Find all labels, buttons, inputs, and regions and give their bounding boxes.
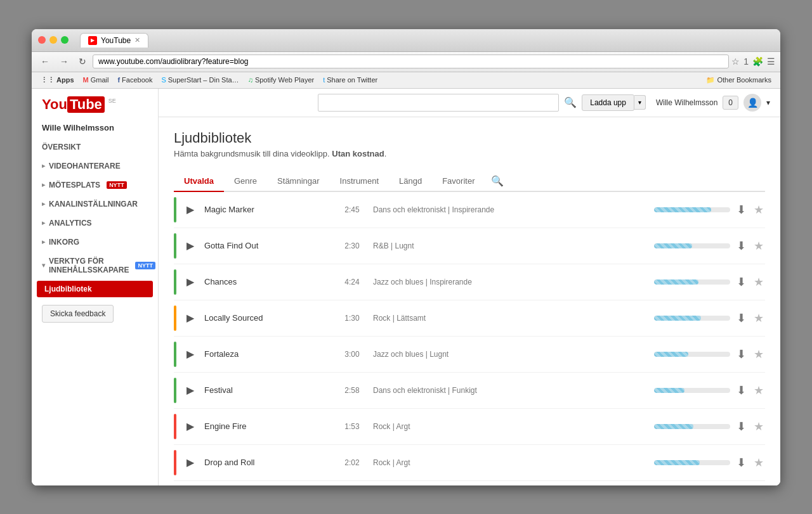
favorite-button[interactable]: ★ [752,382,765,399]
play-button[interactable]: ▶ [181,454,199,472]
download-button[interactable]: ⬇ [735,274,747,290]
gmail-label: Gmail [91,76,109,84]
play-button[interactable]: ▶ [181,418,199,435]
sidebar-item-verktyg[interactable]: ▾ VERKTYG FÖR INNEHÅLLSSKAPARE NYTT [32,252,158,279]
track-name: Magic Marker [204,205,331,214]
tab-stamningar[interactable]: Stämningar [267,171,329,192]
superstart-icon: S [161,76,166,84]
sidebar-item-videohanterare[interactable]: ▸ VIDEOHANTERARE [32,157,158,176]
back-button[interactable]: ← [37,55,53,68]
favorite-button[interactable]: ★ [752,274,765,290]
verktyg-badge: NYTT [135,262,155,269]
traffic-lights [38,36,69,44]
tab-instrument[interactable]: Instrument [330,171,389,192]
track-duration: 2:45 [336,205,368,214]
track-popularity-bar [654,388,730,393]
track-color-bar [174,233,176,259]
minimize-button[interactable] [49,36,57,44]
play-button[interactable]: ▶ [181,345,199,363]
tab-bar: ▶ YouTube ✕ [80,33,774,48]
search-input[interactable] [318,94,559,112]
track-tags: R&B | Lugnt [373,241,649,250]
download-button[interactable]: ⬇ [735,310,747,326]
sidebar-item-kanalinst[interactable]: ▸ KANALINSTÄLLNINGAR [32,195,158,214]
bookmark-superstart[interactable]: S SuperStart – Din Sta… [157,75,242,85]
logo-region: SE [108,98,116,104]
play-button[interactable]: ▶ [181,273,199,291]
track-tags: Rock | Argt [373,458,649,467]
favorite-button[interactable]: ★ [752,454,765,471]
play-button[interactable]: ▶ [181,201,199,219]
download-button[interactable]: ⬇ [735,202,747,218]
track-tags: Dans och elektroniskt | Funkigt [373,386,649,395]
track-popularity-bar [654,279,730,285]
tab-genre[interactable]: Genre [224,171,267,192]
search-icon[interactable]: 🔍 [564,96,577,108]
browser-tab[interactable]: ▶ YouTube ✕ [80,33,148,48]
chevron-right-icon: ▸ [42,162,45,169]
table-row: ▶ Drop and Roll 2:02 Rock | Argt ⬇ ★ [174,445,765,481]
tab-utvalda[interactable]: Utvalda [174,171,224,192]
chevron-down-icon: ▾ [42,262,45,269]
apps-grid-icon: ⋮⋮ [41,76,55,84]
track-duration: 4:24 [336,278,368,286]
sidebar-item-analytics[interactable]: ▸ ANALYTICS [32,214,158,233]
forward-button[interactable]: → [56,55,72,68]
table-row: ▶ Fortaleza 3:00 Jazz och blues | Lugnt … [174,337,765,373]
favorite-button[interactable]: ★ [752,346,765,363]
sidebar-item-oversikt[interactable]: ÖVERSIKT [32,138,158,157]
motesplats-label: MÖTESPLATS [49,181,100,190]
track-color-bar [174,378,176,403]
download-button[interactable]: ⬇ [735,238,747,254]
notification-badge[interactable]: 0 [723,96,738,110]
table-row: ▶ Payday 1:48 Pop | Lättsamt ⬇ ★ [174,481,765,485]
maximize-button[interactable] [61,36,69,44]
download-button[interactable]: ⬇ [735,454,747,471]
spotify-icon: ♫ [248,76,253,84]
favorite-button[interactable]: ★ [752,238,765,254]
tab-search-icon[interactable]: 🔍 [485,171,510,191]
upload-button[interactable]: Ladda upp [582,94,634,111]
library-content: Ljudbibliotek Hämta bakgrundsmusik till … [159,117,780,485]
tab-favoriter[interactable]: Favoriter [432,171,485,192]
address-bar[interactable] [93,55,729,68]
avatar[interactable]: 👤 [743,94,761,112]
sidebar-item-inkorg[interactable]: ▸ INKORG [32,233,158,252]
bookmarks-bar: ⋮⋮ Apps M Gmail f Facebook S SuperStart … [32,72,780,89]
download-button[interactable]: ⬇ [735,418,747,435]
tab-langd[interactable]: Längd [389,171,432,192]
close-button[interactable] [38,36,46,44]
bookmark-icon[interactable]: ☆ [731,56,740,67]
browser-window: ▶ YouTube ✕ ← → ↻ ☆ 1 🧩 ☰ ⋮⋮ Apps M Gmai… [32,29,780,485]
menu-icon[interactable]: ☰ [767,56,775,67]
bookmark-other[interactable]: 📁 Other Bookmarks [702,75,775,86]
bookmark-gmail[interactable]: M Gmail [79,75,113,85]
play-button[interactable]: ▶ [181,237,199,255]
subtitle-start: Hämta bakgrundsmusik till dina videoklip… [174,149,332,158]
favorite-button[interactable]: ★ [752,202,765,218]
sidebar-item-motesplats[interactable]: ▸ MÖTESPLATS NYTT [32,176,158,195]
play-button[interactable]: ▶ [181,309,199,327]
play-button[interactable]: ▶ [181,382,199,399]
sidebar-active-item[interactable]: Ljudbibliotek [37,281,153,297]
refresh-button[interactable]: ↻ [75,55,90,68]
feedback-button[interactable]: Skicka feedback [42,305,114,323]
tab-close-icon[interactable]: ✕ [134,36,140,44]
track-tags: Rock | Argt [373,422,649,431]
bookmark-twitter[interactable]: t Share on Twitter [319,75,381,85]
spotify-label: Spotify Web Player [255,76,314,84]
upload-dropdown-button[interactable]: ▾ [634,95,646,110]
track-bar-fill [654,352,688,357]
track-bar-fill [654,316,701,321]
favorite-button[interactable]: ★ [752,418,765,435]
bookmarks-apps[interactable]: ⋮⋮ Apps [37,75,78,86]
table-row: ▶ Chances 4:24 Jazz och blues | Inspirer… [174,264,765,300]
notif-icon[interactable]: 1 [743,56,749,67]
bookmark-spotify[interactable]: ♫ Spotify Web Player [244,75,318,85]
user-dropdown-icon[interactable]: ▾ [766,98,770,107]
favorite-button[interactable]: ★ [752,310,765,326]
download-button[interactable]: ⬇ [735,346,747,363]
track-tags: Dans och elektroniskt | Inspirerande [373,205,649,214]
download-button[interactable]: ⬇ [735,382,747,399]
bookmark-facebook[interactable]: f Facebook [114,75,156,85]
